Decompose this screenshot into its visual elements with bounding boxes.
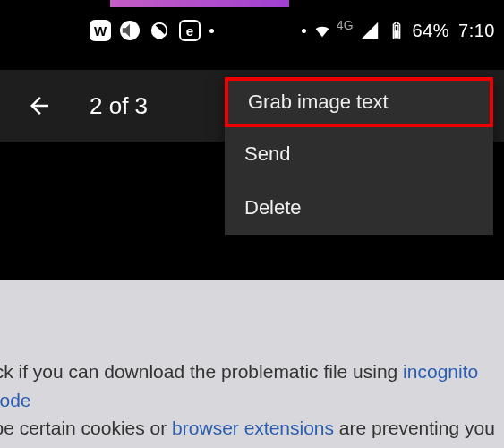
status-left-icons: W e <box>90 20 214 41</box>
menu-item-send[interactable]: Send <box>225 127 493 181</box>
clock-time: 7:10 <box>458 21 495 41</box>
top-accent-bar <box>110 0 289 7</box>
network-label: 4G <box>337 18 354 32</box>
status-bar: W e 4G 64% 7:10 <box>0 13 504 48</box>
image-content-preview[interactable]: eck if you can download the problematic … <box>0 280 504 448</box>
back-button[interactable] <box>21 88 57 124</box>
battery-icon <box>386 20 407 41</box>
app-w-icon: W <box>90 20 111 41</box>
menu-item-delete[interactable]: Delete <box>225 181 493 235</box>
image-counter: 2 of 3 <box>90 92 148 120</box>
dnd-icon <box>149 20 170 41</box>
status-right: 4G 64% 7:10 <box>302 20 495 41</box>
menu-item-grab-image-text[interactable]: Grab image text <box>225 77 493 127</box>
notification-dot-icon <box>209 29 214 33</box>
wifi-icon <box>312 20 333 41</box>
photo-paragraph-1: eck if you can download the problematic … <box>0 358 504 448</box>
notification-dot-icon <box>302 29 306 33</box>
battery-percent: 64% <box>413 21 450 41</box>
signal-icon <box>359 20 380 41</box>
app-e-icon: e <box>179 20 201 41</box>
context-menu: Grab image text Send Delete <box>225 77 493 235</box>
arrow-left-icon <box>26 92 53 119</box>
mute-icon <box>120 21 140 40</box>
